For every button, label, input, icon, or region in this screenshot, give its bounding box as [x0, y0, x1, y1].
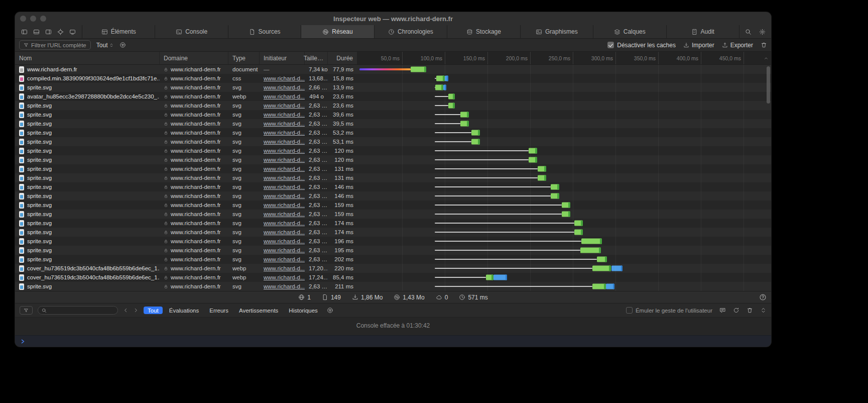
initiator-link[interactable]: www.richard-d… — [264, 139, 305, 145]
tab-calques[interactable]: Calques — [593, 25, 666, 38]
tab-reseau[interactable]: Réseau — [301, 25, 374, 38]
column-header-duree[interactable]: Durée — [328, 52, 357, 64]
checkbox-unchecked-icon[interactable] — [626, 307, 633, 314]
column-header-nom[interactable]: Nom — [15, 52, 160, 64]
trash-icon[interactable] — [747, 307, 753, 314]
request-row[interactable]: cover_hu736519dc3b5040cfa48b6b559b6de6ec… — [15, 264, 771, 273]
dock-right-icon[interactable] — [45, 29, 52, 35]
import-button[interactable]: Importer — [683, 42, 714, 49]
initiator-link[interactable]: www.richard-d… — [264, 157, 305, 163]
request-row[interactable]: sprite.svgwww.richard-dern.frsvgwww.rich… — [15, 210, 771, 219]
initiator-link[interactable]: www.richard-d… — [264, 184, 305, 190]
expand-icon[interactable] — [760, 307, 767, 314]
initiator-link[interactable]: www.richard-d… — [264, 265, 305, 271]
search-icon[interactable] — [745, 29, 752, 35]
initiator-link[interactable]: www.richard-d… — [264, 166, 305, 172]
initiator-link[interactable]: www.richard-d… — [264, 229, 305, 235]
console-scope-evaluations[interactable]: Évaluations — [165, 307, 203, 314]
request-row[interactable]: sprite.svgwww.richard-dern.frsvgwww.rich… — [15, 173, 771, 182]
message-bubble-icon[interactable] — [719, 307, 726, 314]
initiator-link[interactable]: www.richard-d… — [264, 75, 305, 81]
tab-graphismes[interactable]: Graphismes — [521, 25, 593, 38]
request-row[interactable]: compiled.min.38390909f303624ed9e1cf1bd3f… — [15, 74, 771, 83]
gear-icon[interactable] — [759, 29, 766, 35]
request-row[interactable]: sprite.svgwww.richard-dern.frsvgwww.rich… — [15, 128, 771, 137]
request-row[interactable]: sprite.svgwww.richard-dern.frsvgwww.rich… — [15, 228, 771, 237]
request-row[interactable]: sprite.svgwww.richard-dern.frsvgwww.rich… — [15, 119, 771, 128]
console-scope-avertissements[interactable]: Avertissements — [235, 307, 282, 314]
initiator-link[interactable]: www.richard-d… — [264, 112, 305, 118]
checkbox-checked-icon[interactable] — [607, 42, 614, 48]
request-row[interactable]: sprite.svgwww.richard-dern.frsvgwww.rich… — [15, 191, 771, 200]
reload-icon[interactable] — [733, 307, 739, 314]
initiator-link[interactable]: www.richard-d… — [264, 283, 305, 289]
timeline-header[interactable]: 50,0 ms100,0 ms150,0 ms200,0 ms250,0 ms3… — [357, 52, 771, 64]
tab-audit[interactable]: Audit — [667, 25, 739, 38]
clear-network-items-icon[interactable] — [761, 42, 767, 48]
request-row[interactable]: cover_hu736519dc3b5040cfa48b6b559b6de6ec… — [15, 273, 771, 282]
resource-type-select[interactable]: Tout — [96, 42, 114, 49]
request-row[interactable]: avatar_hu85ecc3e298728880b0bde2dcc4e5c23… — [15, 92, 771, 101]
request-row[interactable]: sprite.svgwww.richard-dern.frsvgwww.rich… — [15, 237, 771, 246]
column-header-initiateur[interactable]: Initiateur — [260, 52, 305, 64]
request-row[interactable]: sprite.svgwww.richard-dern.frsvgwww.rich… — [15, 110, 771, 119]
request-row[interactable]: www.richard-dern.frwww.richard-dern.frdo… — [15, 65, 771, 74]
filter-list-icon[interactable] — [119, 42, 126, 48]
device-icon[interactable] — [69, 29, 76, 35]
initiator-link[interactable]: www.richard-d… — [264, 256, 305, 262]
initiator-link[interactable]: www.richard-d… — [264, 121, 305, 127]
initiator-link[interactable]: www.richard-d… — [264, 211, 305, 217]
column-header-type[interactable]: Type — [228, 52, 260, 64]
chevron-left-icon[interactable] — [123, 308, 129, 313]
tab-chronologies[interactable]: Chronologies — [375, 25, 447, 38]
help-icon[interactable] — [759, 293, 767, 301]
initiator-link[interactable]: www.richard-d… — [264, 193, 305, 199]
dock-left-icon[interactable] — [21, 29, 28, 35]
request-row[interactable]: sprite.svgwww.richard-dern.frsvgwww.rich… — [15, 83, 771, 92]
tab-elements[interactable]: Éléments — [82, 25, 155, 38]
request-row[interactable]: sprite.svgwww.richard-dern.frsvgwww.rich… — [15, 200, 771, 210]
column-header-taille[interactable]: Taille… — [305, 52, 328, 64]
minimize-button[interactable] — [30, 16, 36, 22]
request-row[interactable]: sprite.svgwww.richard-dern.frsvgwww.rich… — [15, 219, 771, 228]
console-filter-button[interactable] — [20, 306, 33, 315]
initiator-link[interactable]: www.richard-d… — [264, 202, 305, 208]
request-row[interactable]: sprite.svgwww.richard-dern.frsvgwww.rich… — [15, 137, 771, 146]
request-row[interactable]: sprite.svgwww.richard-dern.frsvgwww.rich… — [15, 155, 771, 164]
emulate-user-gesture-checkbox[interactable]: Émuler le geste de l'utilisateur — [626, 307, 712, 314]
chevron-up-icon[interactable] — [764, 56, 769, 61]
console-prompt[interactable] — [15, 335, 771, 347]
request-row[interactable]: sprite.svgwww.richard-dern.frsvgwww.rich… — [15, 146, 771, 155]
tab-stockage[interactable]: Stockage — [447, 25, 520, 38]
console-scope-historiques[interactable]: Historiques — [285, 307, 322, 314]
tab-sources[interactable]: Sources — [228, 25, 301, 38]
export-button[interactable]: Exporter — [722, 42, 753, 49]
column-header-domaine[interactable]: Domaine — [160, 52, 228, 64]
request-row[interactable]: sprite.svgwww.richard-dern.frsvgwww.rich… — [15, 101, 771, 110]
initiator-link[interactable]: www.richard-d… — [264, 148, 305, 154]
console-scope-erreurs[interactable]: Erreurs — [205, 307, 232, 314]
initiator-link[interactable]: www.richard-d… — [264, 247, 305, 253]
inspect-element-icon[interactable] — [57, 29, 64, 35]
request-row[interactable]: sprite.svgwww.richard-dern.frsvgwww.rich… — [15, 246, 771, 255]
filter-list-icon[interactable] — [327, 307, 333, 314]
initiator-link[interactable]: www.richard-d… — [264, 103, 305, 109]
initiator-link[interactable]: www.richard-d… — [264, 93, 305, 99]
tab-console[interactable]: Console — [155, 25, 228, 38]
console-scope-tout[interactable]: Tout — [144, 307, 163, 314]
request-row[interactable]: sprite.svgwww.richard-dern.frsvgwww.rich… — [15, 282, 771, 291]
initiator-link[interactable]: www.richard-d… — [264, 274, 305, 280]
chevron-right-icon[interactable] — [133, 308, 139, 313]
initiator-link[interactable]: www.richard-d… — [264, 84, 305, 90]
request-row[interactable]: sprite.svgwww.richard-dern.frsvgwww.rich… — [15, 255, 771, 264]
request-row[interactable]: sprite.svgwww.richard-dern.frsvgwww.rich… — [15, 164, 771, 173]
initiator-link[interactable]: www.richard-d… — [264, 220, 305, 226]
url-filter-input[interactable]: Filtrer l'URL complète — [19, 40, 91, 50]
initiator-link[interactable]: www.richard-d… — [264, 175, 305, 181]
zoom-button[interactable] — [40, 16, 46, 22]
disable-caches-checkbox[interactable]: Désactiver les caches — [607, 42, 676, 49]
dock-bottom-icon[interactable] — [33, 29, 40, 35]
vertical-scrollbar[interactable] — [767, 66, 770, 104]
initiator-link[interactable]: www.richard-d… — [264, 238, 305, 244]
request-row[interactable]: sprite.svgwww.richard-dern.frsvgwww.rich… — [15, 182, 771, 191]
